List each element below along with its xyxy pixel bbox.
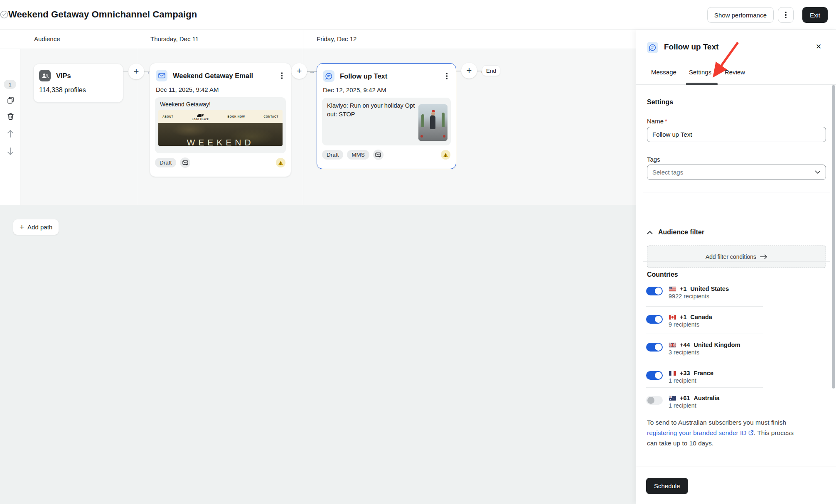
tab-settings[interactable]: Settings xyxy=(689,69,711,76)
panel-scrollbar[interactable] xyxy=(832,85,835,388)
country-name: United States xyxy=(691,285,729,292)
tab-message[interactable]: Message xyxy=(651,69,676,76)
panel-title: Follow up Text xyxy=(664,42,719,52)
country-recipients: 3 recipients xyxy=(669,349,699,356)
end-node: End xyxy=(482,65,500,76)
page-title: Weekend Getaway Omnichannel Campaign xyxy=(8,9,197,20)
email-hero-text: WEEKEND xyxy=(187,138,254,146)
add-filter-conditions-button[interactable]: Add filter conditions xyxy=(647,246,826,268)
add-path-button[interactable]: + Add path xyxy=(13,219,59,235)
email-card-menu-icon[interactable] xyxy=(280,71,285,81)
sms-card-menu-icon[interactable] xyxy=(445,71,450,81)
country-name: United Kingdom xyxy=(694,342,740,348)
audience-profile-count: 114,338 profiles xyxy=(34,81,123,94)
section-divider xyxy=(643,192,830,192)
add-step-button[interactable]: + xyxy=(291,63,307,79)
panel-tabs: Message Settings Review xyxy=(636,69,836,85)
country-dial: +44 xyxy=(680,342,690,348)
tags-select[interactable]: Select tags xyxy=(647,165,826,180)
add-filter-conditions-label: Add filter conditions xyxy=(706,253,756,260)
branded-sender-id-link[interactable]: registering your branded sender ID xyxy=(647,429,747,436)
canvas-empty-area xyxy=(0,205,636,504)
column-header-day2: Friday, Dec 12 xyxy=(317,35,357,42)
email-hero-image: WEEKEND xyxy=(158,123,283,146)
toolbar-divider xyxy=(798,10,798,20)
sms-step-card[interactable]: Follow up Text Dec 12, 2025, 9:42 AM Kla… xyxy=(317,63,456,169)
settings-heading: Settings xyxy=(647,98,673,106)
country-dial: +1 xyxy=(680,314,687,320)
tab-review[interactable]: Review xyxy=(725,69,745,76)
country-recipients: 1 recipient xyxy=(669,402,696,409)
duplicate-path-icon[interactable] xyxy=(6,96,15,104)
tags-placeholder: Select tags xyxy=(652,169,815,176)
sms-type-badge: MMS xyxy=(347,150,369,160)
country-toggle-united-states[interactable] xyxy=(646,287,663,295)
row-divider xyxy=(646,334,763,334)
required-asterisk: * xyxy=(665,118,667,125)
add-step-button[interactable]: + xyxy=(128,64,144,79)
email-warning-icon xyxy=(276,158,285,167)
sms-preview: Klaviyo: Run on your holiday Opt out: ST… xyxy=(322,98,451,145)
overflow-menu-button[interactable] xyxy=(778,7,794,23)
flag-united-states xyxy=(669,287,676,291)
tags-label: Tags xyxy=(647,156,660,163)
mock-nav-about: ABOUT xyxy=(162,115,173,118)
close-icon[interactable]: ✕ xyxy=(814,42,824,52)
add-path-label: Add path xyxy=(27,224,52,231)
external-link-icon xyxy=(748,430,754,435)
column-header-day1: Thursday, Dec 11 xyxy=(150,35,199,42)
step-settings-panel: Follow up Text ✕ Message Settings Review… xyxy=(636,30,836,504)
audience-filter-header[interactable]: Audience filter xyxy=(647,229,704,236)
email-send-datetime: Dec 11, 2025, 9:42 AM xyxy=(150,81,291,93)
connector-arrow-icon: → xyxy=(309,68,315,75)
panel-footer: Schedule xyxy=(636,467,836,504)
country-name: France xyxy=(694,370,714,376)
sms-warning-icon xyxy=(441,150,450,160)
country-toggle-canada[interactable] xyxy=(646,315,663,324)
country-recipients: 9922 recipients xyxy=(669,293,709,300)
schedule-button[interactable]: Schedule xyxy=(646,478,688,494)
flag-france xyxy=(669,371,676,376)
country-toggle-france[interactable] xyxy=(646,371,663,380)
exit-button[interactable]: Exit xyxy=(802,7,828,23)
country-dial: +61 xyxy=(680,395,690,401)
add-step-button[interactable]: + xyxy=(461,63,477,79)
audience-filter-label: Audience filter xyxy=(658,229,704,236)
email-subject: Weekend Getaway! xyxy=(155,97,286,110)
mms-image-thumbnail xyxy=(418,104,448,141)
note-text: To send to Australian subscribers you mu… xyxy=(647,419,786,426)
move-path-down-icon[interactable] xyxy=(6,147,15,155)
arrow-right-icon xyxy=(760,254,767,259)
name-input[interactable] xyxy=(647,127,826,142)
sms-card-title: Follow up Text xyxy=(340,72,439,80)
email-step-card[interactable]: Weekend Getaway Email Dec 11, 2025, 9:42… xyxy=(150,63,291,177)
sms-status-badge: Draft xyxy=(322,150,343,160)
country-toggle-united-kingdom[interactable] xyxy=(646,343,663,352)
email-mock-render: ABOUT LOGO PLACE BOOK NOW CONTACT WEEKEN… xyxy=(158,110,283,146)
email-status-badge: Draft xyxy=(155,158,176,167)
row-divider xyxy=(646,306,763,307)
email-delivery-status-icon xyxy=(180,157,190,168)
column-divider xyxy=(137,30,137,205)
countries-heading: Countries xyxy=(647,271,678,278)
campaign-builder-window: Weekend Getaway Omnichannel Campaign Sho… xyxy=(0,0,836,504)
move-path-up-icon[interactable] xyxy=(6,130,15,138)
flag-united-kingdom xyxy=(669,343,676,347)
country-dial: +33 xyxy=(680,370,690,376)
show-performance-button[interactable]: Show performance xyxy=(707,7,774,23)
country-toggle-australia[interactable] xyxy=(646,396,663,405)
email-card-title: Weekend Getaway Email xyxy=(173,72,274,80)
column-header-audience: Audience xyxy=(34,35,60,42)
mock-nav-contact: CONTACT xyxy=(263,115,278,118)
timeline-column-headers: Audience Thursday, Dec 11 Friday, Dec 12 xyxy=(0,30,636,49)
column-divider xyxy=(303,30,303,205)
delete-path-icon[interactable] xyxy=(6,112,15,120)
mock-logo-text: LOGO PLACE xyxy=(192,118,209,120)
logo-place-icon xyxy=(196,113,205,118)
saved-check-icon xyxy=(0,10,8,19)
audience-card-vips[interactable]: VIPs 114,338 profiles xyxy=(33,64,123,103)
audience-people-icon xyxy=(39,70,51,81)
sms-send-datetime: Dec 12, 2025, 9:42 AM xyxy=(317,82,456,93)
mock-nav-book-now: BOOK NOW xyxy=(227,115,245,118)
plus-icon: + xyxy=(20,223,24,231)
